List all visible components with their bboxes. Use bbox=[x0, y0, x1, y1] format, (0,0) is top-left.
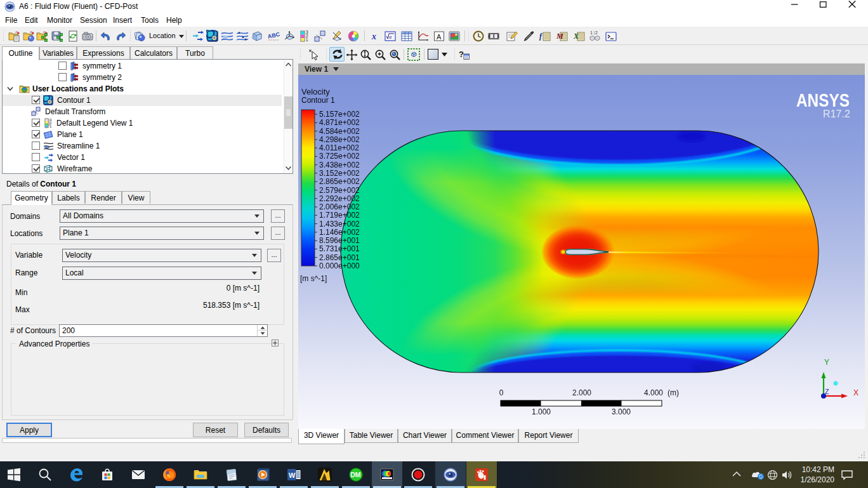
svg-text:2.865e+001: 2.865e+001 bbox=[319, 253, 360, 262]
svg-text:X: X bbox=[853, 388, 858, 397]
svg-text:1: 1 bbox=[49, 124, 52, 128]
svg-text:4.011e+002: 4.011e+002 bbox=[319, 143, 359, 152]
svg-text:1: 1 bbox=[306, 37, 308, 42]
svg-text:2.579e+002: 2.579e+002 bbox=[319, 186, 360, 195]
svg-text:0.000e+000: 0.000e+000 bbox=[319, 261, 360, 270]
svg-text:X: X bbox=[573, 32, 579, 41]
svg-text:3.725e+002: 3.725e+002 bbox=[319, 152, 360, 161]
svg-text:2.865e+002: 2.865e+002 bbox=[319, 177, 360, 186]
svg-text:4.584e+002: 4.584e+002 bbox=[319, 127, 360, 136]
svg-text:3.000: 3.000 bbox=[612, 407, 631, 416]
svg-text:1.146e+002: 1.146e+002 bbox=[319, 228, 360, 237]
svg-text:x: x bbox=[371, 32, 376, 41]
svg-text:?: ? bbox=[459, 49, 464, 59]
svg-text:2.000: 2.000 bbox=[572, 388, 591, 397]
svg-text:(m): (m) bbox=[667, 388, 679, 397]
svg-text:1: 1 bbox=[590, 30, 593, 35]
svg-text:3.438e+002: 3.438e+002 bbox=[319, 161, 360, 169]
svg-text:W: W bbox=[289, 472, 296, 479]
svg-text:2: 2 bbox=[595, 30, 598, 35]
svg-text:3.152e+002: 3.152e+002 bbox=[319, 169, 360, 178]
svg-text:f: f bbox=[539, 32, 542, 41]
svg-text:2.006e+002: 2.006e+002 bbox=[319, 202, 360, 211]
svg-text:DM: DM bbox=[350, 471, 361, 478]
svg-text:Y: Y bbox=[824, 358, 829, 367]
svg-text:ABC: ABC bbox=[267, 31, 280, 40]
svg-text:4.000: 4.000 bbox=[644, 388, 663, 397]
svg-text:Velocity: Velocity bbox=[301, 87, 330, 96]
svg-text:4.298e+002: 4.298e+002 bbox=[319, 135, 360, 144]
svg-text:1.433e+002: 1.433e+002 bbox=[319, 220, 360, 228]
svg-text:A: A bbox=[437, 33, 442, 41]
svg-text:Contour 1: Contour 1 bbox=[301, 96, 335, 105]
svg-text:5.731e+001: 5.731e+001 bbox=[319, 244, 360, 253]
svg-text:2.292e+002: 2.292e+002 bbox=[319, 194, 360, 203]
svg-text:M: M bbox=[556, 32, 563, 41]
svg-text:R17.2: R17.2 bbox=[823, 108, 850, 119]
svg-text:Z: Z bbox=[825, 388, 829, 395]
svg-text:0: 0 bbox=[499, 388, 504, 397]
svg-text:8.596e+001: 8.596e+001 bbox=[319, 236, 360, 245]
svg-text:5.157e+002: 5.157e+002 bbox=[319, 110, 360, 119]
svg-text:[m s^-1]: [m s^-1] bbox=[300, 274, 327, 283]
svg-text:1.719e+002: 1.719e+002 bbox=[319, 211, 360, 220]
svg-text:1.000: 1.000 bbox=[532, 407, 551, 416]
svg-text:4.871e+002: 4.871e+002 bbox=[319, 118, 360, 127]
